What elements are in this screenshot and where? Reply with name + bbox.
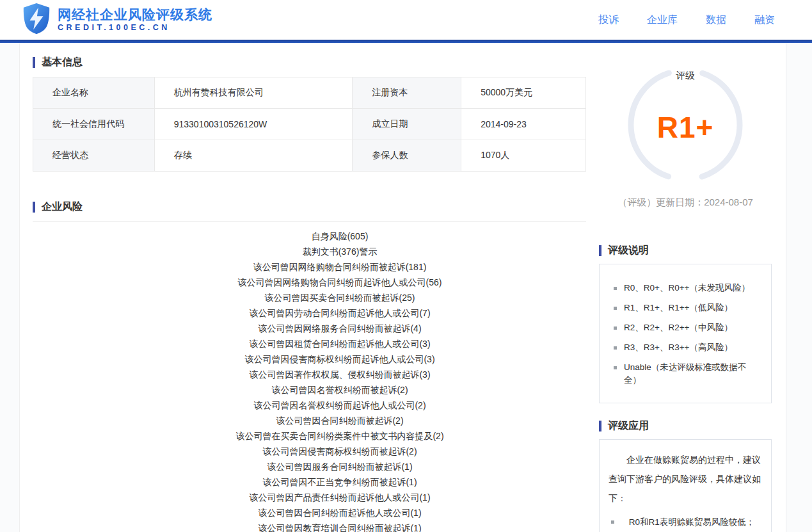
legend-item: R3、R3+、R3++（高风险） xyxy=(609,341,762,354)
risk-tree-node[interactable]: 自身风险(605) xyxy=(93,229,586,244)
risk-tree-node[interactable]: 该公司曾因教育培训合同纠纷而被起诉(1) xyxy=(93,520,586,532)
risk-tree-node[interactable]: 该公司曾因侵害商标权纠纷而起诉他人或公司(3) xyxy=(93,351,586,367)
info-label: 经营状态 xyxy=(33,140,155,172)
risk-tree-node[interactable]: 该公司曾因网络服务合同纠纷而被起诉(4) xyxy=(93,321,586,336)
risk-tree-node[interactable]: 该公司曾因名誉权纠纷而被起诉(2) xyxy=(93,382,586,398)
section-marker-bar xyxy=(599,245,601,256)
risk-tree-node[interactable]: 该公司曾因合同纠纷而起诉他人或公司(1) xyxy=(93,505,586,520)
risk-list: 自身风险(605) 裁判文书(376)警示 该公司曾因网络购物合同纠纷而被起诉(… xyxy=(93,229,586,532)
legend-item: R2、R2+、R2++（中风险） xyxy=(609,321,762,334)
square-bullet-icon xyxy=(614,326,617,330)
risk-tree-node[interactable]: 该公司曾因买卖合同纠纷而被起诉(25) xyxy=(93,290,586,305)
info-value: 2014-09-23 xyxy=(461,109,586,140)
square-bullet-icon xyxy=(614,287,617,290)
nav-link[interactable]: 投诉 xyxy=(598,13,619,27)
basic-info-section-title: 基本信息 xyxy=(33,56,586,68)
nav-link[interactable]: 数据 xyxy=(706,13,726,27)
section-marker-bar xyxy=(33,57,35,68)
square-bullet-icon xyxy=(611,520,614,524)
table-row: 企业名称 杭州有赞科技有限公司 注册资本 50000万美元 xyxy=(33,77,586,109)
content-card: 基本信息 企业名称 杭州有赞科技有限公司 注册资本 50000万美元 统一社会信… xyxy=(19,43,786,532)
nav-link[interactable]: 企业库 xyxy=(647,13,678,27)
risk-tree-node[interactable]: 该公司曾因合同纠纷而被起诉(2) xyxy=(93,413,586,428)
risk-tree-node[interactable]: 该公司曾因不正当竞争纠纷而被起诉(1) xyxy=(93,474,586,490)
info-value: 50000万美元 xyxy=(461,77,586,109)
risk-section-title: 企业风险 xyxy=(33,201,586,213)
rating-value: R1+ xyxy=(657,110,714,145)
legend-item: R1、R1+、R1++（低风险） xyxy=(609,302,762,314)
side-column: 评级 R1+ （评级）更新日期：2024-08-07 评级说明 R0、R0+、R… xyxy=(599,43,772,532)
rating-legend-box: R0、R0+、R0++（未发现风险） R1、R1+、R1++（低风险） R2、R… xyxy=(599,264,772,403)
risk-tree-node[interactable]: 裁判文书(376)警示 xyxy=(93,244,586,259)
info-label: 统一社会信用代码 xyxy=(33,109,155,140)
risk-tree-node[interactable]: 该公司曾在买卖合同纠纷类案件中被文书内容提及(2) xyxy=(93,428,586,444)
info-value: 存续 xyxy=(154,140,353,172)
risk-tree-node[interactable]: 该公司曾因租赁合同纠纷而起诉他人或公司(3) xyxy=(93,336,586,351)
site-logo[interactable]: 网经社企业风险评级系统 CREDIT.100EC.CN xyxy=(22,3,212,37)
risk-tree-node[interactable]: 该公司曾因产品责任纠纷而起诉他人或公司(1) xyxy=(93,490,586,505)
rating-update-date: （评级）更新日期：2024-08-07 xyxy=(599,197,772,209)
legend-item: R0、R0+、R0++（未发现风险） xyxy=(609,282,762,294)
risk-tree-node[interactable]: 该公司曾因网络购物合同纠纷而起诉他人或公司(56) xyxy=(93,275,586,290)
basic-info-table: 企业名称 杭州有赞科技有限公司 注册资本 50000万美元 统一社会信用代码 9… xyxy=(33,77,586,172)
gauge-label: 评级 xyxy=(676,70,695,82)
info-value: 91330100310526120W xyxy=(154,109,353,140)
risk-tree-node[interactable]: 该公司曾因劳动合同纠纷而起诉他人或公司(7) xyxy=(93,305,586,321)
section-marker-bar xyxy=(599,421,601,431)
risk-tree-node[interactable]: 该公司曾因名誉权纠纷而起诉他人或公司(2) xyxy=(93,398,586,413)
site-title: 网经社企业风险评级系统 xyxy=(58,7,212,22)
application-list: R0和R1表明赊账贸易风险较低； R2和R3表明赊账贸易风险高； Unable … xyxy=(609,514,762,532)
info-value: 1070人 xyxy=(461,140,586,172)
risk-tree-node[interactable]: 该公司曾因著作权权属、侵权纠纷而被起诉(3) xyxy=(93,367,586,382)
shield-lightning-icon xyxy=(22,3,51,37)
nav-link[interactable]: 融资 xyxy=(754,13,775,27)
risk-tree-node[interactable]: 该公司曾因服务合同纠纷而被起诉(1) xyxy=(93,459,586,474)
application-section-title: 评级应用 xyxy=(599,420,772,431)
rating-application-box: 企业在做赊账贸易的过程中，建议查询下游客户的风险评级，具体建议如下： R0和R1… xyxy=(599,439,772,532)
info-value: 杭州有赞科技有限公司 xyxy=(154,77,353,109)
rating-gauge: 评级 R1+ xyxy=(599,66,772,191)
info-label: 注册资本 xyxy=(353,77,461,109)
top-nav: 投诉企业库数据融资 xyxy=(598,13,775,27)
legend-item: Unable（未达评级标准或数据不全） xyxy=(609,361,762,387)
info-label: 企业名称 xyxy=(33,77,155,109)
square-bullet-icon xyxy=(614,307,617,310)
top-header: 网经社企业风险评级系统 CREDIT.100EC.CN 投诉企业库数据融资 xyxy=(0,0,812,40)
application-item: R0和R1表明赊账贸易风险较低； xyxy=(609,514,762,531)
risk-tree-node[interactable]: 该公司曾因侵害商标权纠纷而被起诉(2) xyxy=(93,444,586,459)
table-row: 经营状态 存续 参保人数 1070人 xyxy=(33,140,586,172)
square-bullet-icon xyxy=(614,366,617,369)
info-label: 参保人数 xyxy=(353,140,461,172)
legend-section-title: 评级说明 xyxy=(599,245,772,256)
application-intro: 企业在做赊账贸易的过程中，建议查询下游客户的风险评级，具体建议如下： xyxy=(609,450,762,508)
main-column: 基本信息 企业名称 杭州有赞科技有限公司 注册资本 50000万美元 统一社会信… xyxy=(20,43,586,532)
risk-tree-panel: 自身风险(605) 裁判文书(376)警示 该公司曾因网络购物合同纠纷而被起诉(… xyxy=(33,221,586,532)
site-subtitle: CREDIT.100EC.CN xyxy=(58,24,212,33)
info-label: 成立日期 xyxy=(353,109,461,140)
table-row: 统一社会信用代码 91330100310526120W 成立日期 2014-09… xyxy=(33,109,586,140)
risk-tree-node[interactable]: 该公司曾因网络购物合同纠纷而被起诉(181) xyxy=(93,259,586,275)
section-marker-bar xyxy=(33,202,35,213)
square-bullet-icon xyxy=(614,346,617,350)
